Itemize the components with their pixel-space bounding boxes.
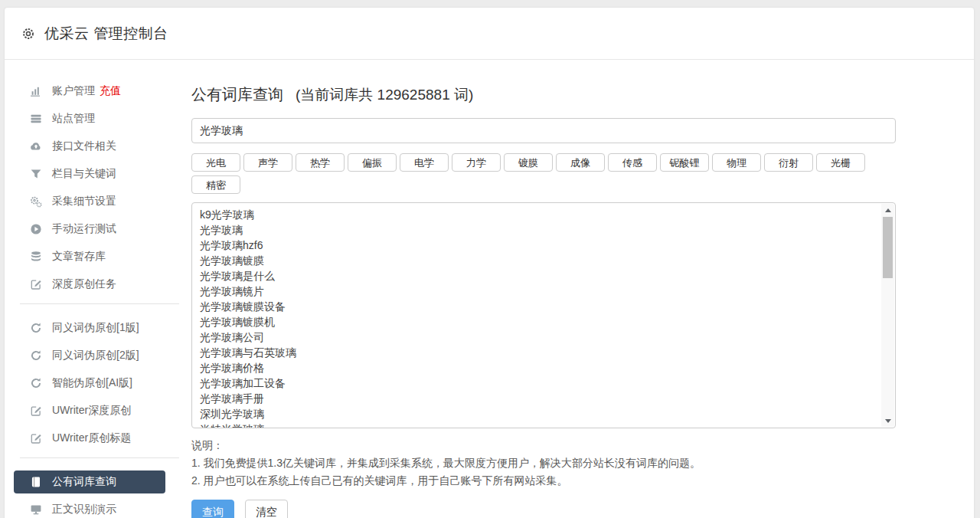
sidebar-divider <box>20 457 179 458</box>
sidebar-item-content-recognition[interactable]: 正文识别演示 <box>14 498 165 518</box>
scroll-up-button[interactable] <box>881 204 894 216</box>
keyword-search-input[interactable] <box>191 118 896 143</box>
edit-icon <box>29 405 42 417</box>
tag-button[interactable]: 衍射 <box>764 153 813 172</box>
database-icon <box>29 251 42 263</box>
keyword-row[interactable]: 光学玻璃公司 <box>200 329 877 345</box>
keyword-row[interactable]: 光学玻璃 <box>200 222 877 238</box>
scrollbar-thumb[interactable] <box>883 217 893 278</box>
keyword-row[interactable]: 光学玻璃价格 <box>200 360 877 375</box>
sidebar-item-label: 接口文件相关 <box>52 139 116 153</box>
sidebar-item-ai-original[interactable]: 智能伪原创[AI版] <box>14 372 165 395</box>
sidebar-item-account[interactable]: 账户管理充值 <box>14 80 165 103</box>
edit-icon <box>29 432 42 444</box>
keyword-list: k9光学玻璃光学玻璃光学玻璃hzf6光学玻璃镀膜光学玻璃是什么光学玻璃镜片光学玻… <box>192 203 881 428</box>
sidebar-item-label: 栏目与关键词 <box>52 167 116 181</box>
sidebar-item-label: UWriter原创标题 <box>52 431 131 445</box>
recharge-badge[interactable]: 充值 <box>100 84 121 98</box>
sidebar-item-public-thesaurus[interactable]: 公有词库查询 <box>14 470 165 493</box>
app-title: 优采云 管理控制台 <box>44 24 168 44</box>
sidebar-item-api-files[interactable]: 接口文件相关 <box>14 135 165 158</box>
monitor-icon <box>29 503 42 516</box>
bar-chart-icon <box>29 85 42 97</box>
note-line-2: 2. 用户也可以在系统上传自己已有的关键词库，用于自己账号下所有网站采集。 <box>191 472 896 490</box>
sidebar-item-columns-keywords[interactable]: 栏目与关键词 <box>14 162 165 185</box>
scroll-down-button[interactable] <box>881 415 894 427</box>
sidebar-item-label: 正文识别演示 <box>52 503 116 516</box>
word-count-subtitle: (当前词库共 129625881 词) <box>296 85 473 105</box>
sidebar-item-label: 深度原创任务 <box>52 277 116 291</box>
notes: 说明： 1. 我们免费提供1.3亿关键词库，并集成到采集系统，最大限度方便用户，… <box>191 437 896 490</box>
sidebar-item-label: 账户管理 <box>52 84 95 98</box>
sidebar-item-label: UWriter深度原创 <box>52 404 131 418</box>
tag-button[interactable]: 偏振 <box>348 153 397 172</box>
notes-title: 说明： <box>191 437 896 454</box>
keyword-row[interactable]: 光学玻璃与石英玻璃 <box>200 345 877 360</box>
sidebar-item-manual-run[interactable]: 手动运行测试 <box>14 218 165 241</box>
keyword-row[interactable]: 光学玻璃镀膜机 <box>200 314 877 329</box>
tag-button[interactable]: 光栅 <box>816 153 865 172</box>
play-icon <box>29 223 42 235</box>
main-panel: 公有词库查询 (当前词库共 129625881 词) 光电声学热学偏振电学力学镀… <box>191 60 974 518</box>
sidebar-item-collect-settings[interactable]: 采集细节设置 <box>14 190 165 213</box>
tag-button[interactable]: 光电 <box>191 153 240 172</box>
keyword-row[interactable]: 光学玻璃镀膜 <box>200 253 877 268</box>
refresh-icon <box>29 349 42 362</box>
keyword-row[interactable]: 肖特光学玻璃 <box>200 421 877 428</box>
tag-button[interactable]: 物理 <box>712 153 761 172</box>
tag-button[interactable]: 精密 <box>191 175 240 194</box>
sidebar-item-article-cache[interactable]: 文章暂存库 <box>14 245 165 268</box>
sidebar-item-deep-original[interactable]: 深度原创任务 <box>14 273 165 296</box>
sidebar-item-label: 同义词伪原创[2版] <box>52 349 139 362</box>
sidebar-item-label: 公有词库查询 <box>52 475 116 489</box>
tag-button[interactable]: 镀膜 <box>504 153 553 172</box>
cloud-upload-icon <box>29 140 42 152</box>
sidebar-item-synonym-v1[interactable]: 同义词伪原创[1版] <box>14 316 165 339</box>
note-line-1: 1. 我们免费提供1.3亿关键词库，并集成到采集系统，最大限度方便用户，解决大部… <box>191 454 896 472</box>
book-icon <box>29 476 42 488</box>
tag-button[interactable]: 热学 <box>296 153 345 172</box>
result-box: k9光学玻璃光学玻璃光学玻璃hzf6光学玻璃镀膜光学玻璃是什么光学玻璃镜片光学玻… <box>191 202 896 428</box>
edit-icon <box>29 278 42 290</box>
page-title: 公有词库查询 <box>191 84 283 105</box>
server-icon <box>29 113 42 125</box>
refresh-icon <box>29 322 42 334</box>
sidebar-item-label: 文章暂存库 <box>52 250 106 264</box>
header: 优采云 管理控制台 <box>5 8 974 60</box>
tag-button[interactable]: 电学 <box>400 153 449 172</box>
content: 账户管理充值站点管理接口文件相关栏目与关键词采集细节设置手动运行测试文章暂存库深… <box>5 60 974 518</box>
tag-list: 光电声学热学偏振电学力学镀膜成像传感铌酸锂物理衍射光栅精密 <box>191 153 896 194</box>
keyword-row[interactable]: 深圳光学玻璃 <box>200 406 877 421</box>
keyword-row[interactable]: k9光学玻璃 <box>200 207 877 222</box>
tag-button[interactable]: 成像 <box>556 153 605 172</box>
sidebar-item-uwriter-title[interactable]: UWriter原创标题 <box>14 427 165 450</box>
keyword-row[interactable]: 光学玻璃镀膜设备 <box>200 299 877 314</box>
gear-icon <box>21 27 35 41</box>
triangle-up-icon <box>885 208 891 212</box>
keyword-row[interactable]: 光学玻璃镜片 <box>200 284 877 299</box>
triangle-down-icon <box>885 419 891 423</box>
button-row: 查询 清空 <box>191 500 896 518</box>
scrollbar[interactable] <box>881 204 894 427</box>
sidebar-item-label: 智能伪原创[AI版] <box>52 376 132 390</box>
sidebar-divider <box>20 303 179 304</box>
tag-button[interactable]: 力学 <box>452 153 501 172</box>
sidebar-item-label: 采集细节设置 <box>52 195 116 208</box>
sidebar-item-uwriter-deep[interactable]: UWriter深度原创 <box>14 399 165 422</box>
page-title-row: 公有词库查询 (当前词库共 129625881 词) <box>191 84 896 105</box>
sidebar-item-synonym-v2[interactable]: 同义词伪原创[2版] <box>14 344 165 367</box>
keyword-row[interactable]: 光学玻璃是什么 <box>200 268 877 284</box>
clear-button[interactable]: 清空 <box>245 500 288 518</box>
keyword-row[interactable]: 光学玻璃手册 <box>200 391 877 406</box>
tag-button[interactable]: 铌酸锂 <box>660 153 709 172</box>
sidebar-item-label: 站点管理 <box>52 112 95 126</box>
tag-button[interactable]: 声学 <box>243 153 292 172</box>
gears-icon <box>29 195 42 208</box>
sidebar-item-sites[interactable]: 站点管理 <box>14 107 165 130</box>
filter-icon <box>29 168 42 180</box>
keyword-row[interactable]: 光学玻璃加工设备 <box>200 375 877 391</box>
tag-button[interactable]: 传感 <box>608 153 657 172</box>
query-button[interactable]: 查询 <box>191 500 234 518</box>
sidebar-item-label: 同义词伪原创[1版] <box>52 321 139 335</box>
keyword-row[interactable]: 光学玻璃hzf6 <box>200 238 877 253</box>
